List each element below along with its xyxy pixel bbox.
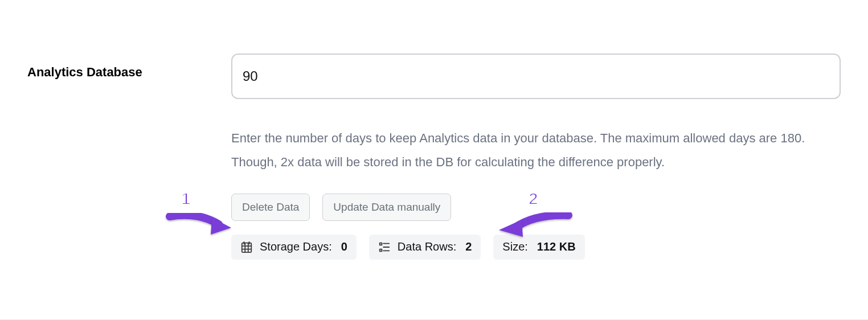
update-data-button[interactable]: Update Data manually: [322, 194, 451, 221]
stat-label: Storage Days:: [260, 240, 332, 253]
stat-label: Size:: [502, 240, 527, 253]
calendar-icon: [240, 241, 253, 253]
list-icon: [378, 241, 391, 253]
svg-rect-7: [380, 243, 382, 245]
stat-value: 0: [341, 240, 347, 253]
stat-size: Size: 112 KB: [493, 235, 584, 260]
stat-label: Data Rows:: [398, 240, 456, 253]
annotation-number-1: 1: [181, 189, 191, 208]
field-col: Enter the number of days to keep Analyti…: [231, 54, 841, 260]
annotation-number-2: 2: [529, 189, 538, 208]
days-input[interactable]: [231, 54, 841, 99]
svg-rect-8: [380, 249, 382, 251]
stat-data-rows: Data Rows: 2: [369, 235, 481, 260]
svg-rect-0: [242, 243, 252, 252]
settings-section: Analytics Database Enter the number of d…: [0, 0, 868, 320]
stat-storage-days: Storage Days: 0: [231, 235, 357, 260]
stat-value: 2: [465, 240, 472, 253]
section-title: Analytics Database: [27, 54, 231, 80]
help-text: Enter the number of days to keep Analyti…: [231, 126, 835, 174]
stats-row: Storage Days: 0 Data Rows:: [231, 235, 841, 260]
stat-value: 112 KB: [537, 240, 576, 253]
field-row: Analytics Database Enter the number of d…: [0, 0, 868, 260]
delete-data-button[interactable]: Delete Data: [231, 194, 310, 221]
